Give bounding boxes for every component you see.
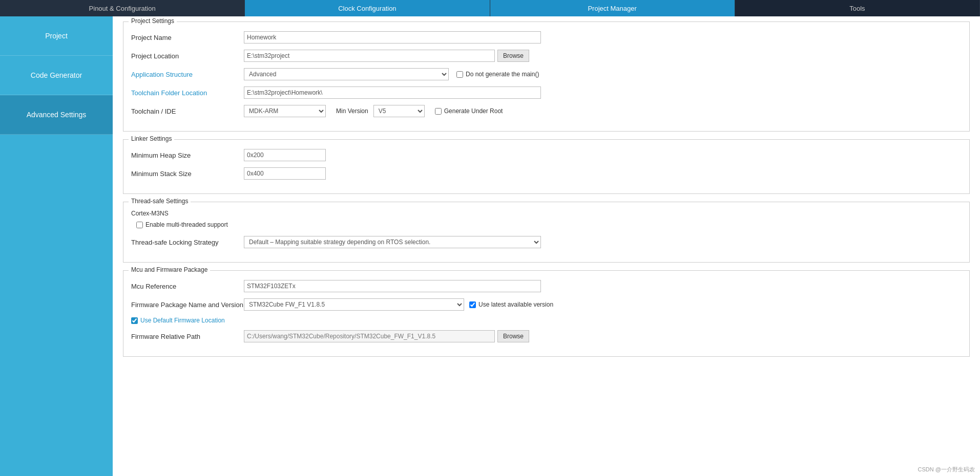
firmware-relative-path-input[interactable] [244, 330, 495, 342]
content-area: Project Settings Project Name Project Lo… [113, 16, 980, 476]
sidebar-item-code-generator[interactable]: Code Generator [0, 56, 113, 95]
linker-settings-section: Linker Settings Minimum Heap Size Minimu… [123, 139, 970, 194]
firmware-relative-path-label: Firmware Relative Path [131, 333, 244, 340]
toolchain-ide-label: Toolchain / IDE [131, 107, 244, 115]
thread-safe-locking-select[interactable]: Default – Mapping suitable strategy depe… [244, 236, 541, 248]
thread-safe-locking-label: Thread-safe Locking Strategy [131, 239, 244, 246]
linker-settings-legend: Linker Settings [129, 135, 174, 142]
thread-safe-settings-legend: Thread-safe Settings [129, 198, 191, 205]
toolchain-ide-select[interactable]: MDK-ARM EWARM SW4STM32 [244, 105, 326, 117]
min-stack-size-input[interactable] [244, 167, 326, 180]
use-default-firmware-location-label: Use Default Firmware Location [140, 317, 225, 324]
project-name-row: Project Name [131, 31, 962, 44]
min-heap-size-row: Minimum Heap Size [131, 149, 962, 161]
project-location-browse-button[interactable]: Browse [497, 50, 529, 62]
cortex-label: Cortex-M3NS [131, 210, 962, 217]
mcu-firmware-legend: Mcu and Firmware Package [129, 266, 210, 273]
project-location-label: Project Location [131, 52, 244, 60]
min-stack-size-row: Minimum Stack Size [131, 167, 962, 180]
min-heap-size-input[interactable] [244, 149, 326, 161]
firmware-relative-path-row: Firmware Relative Path Browse [131, 330, 962, 342]
min-version-select[interactable]: V5 V4 [373, 105, 425, 117]
project-location-row: Project Location Browse [131, 50, 962, 62]
toolchain-ide-row: Toolchain / IDE MDK-ARM EWARM SW4STM32 M… [131, 105, 962, 117]
application-structure-row: Application Structure Advanced Basic Do … [131, 68, 962, 80]
mcu-reference-label: Mcu Reference [131, 283, 244, 290]
sidebar-item-advanced-settings[interactable]: Advanced Settings [0, 95, 113, 135]
watermark: CSDN @一介野生码农 [918, 466, 975, 473]
firmware-package-select[interactable]: STM32Cube FW_F1 V1.8.5 [244, 298, 464, 311]
use-default-firmware-location-checkbox[interactable] [131, 317, 138, 324]
toolchain-ide-controls: MDK-ARM EWARM SW4STM32 Min Version V5 V4 [244, 105, 503, 117]
toolchain-folder-row: Toolchain Folder Location [131, 86, 962, 99]
firmware-package-row: Firmware Package Name and Version STM32C… [131, 298, 962, 311]
generate-under-root-label: Generate Under Root [444, 107, 503, 115]
thread-safe-locking-row: Thread-safe Locking Strategy Default – M… [131, 236, 962, 248]
application-structure-label: Application Structure [131, 71, 244, 78]
use-latest-firmware-checkbox[interactable] [469, 301, 476, 308]
tab-pinout[interactable]: Pinout & Configuration [0, 0, 245, 16]
mcu-reference-input[interactable] [244, 280, 541, 292]
tab-project-manager[interactable]: Project Manager [490, 0, 735, 16]
project-location-input[interactable] [244, 50, 495, 62]
firmware-package-label: Firmware Package Name and Version [131, 301, 244, 309]
do-not-generate-main-label: Do not generate the main() [466, 71, 539, 78]
tab-tools[interactable]: Tools [735, 0, 980, 16]
enable-multi-threaded-checkbox[interactable] [136, 222, 143, 228]
use-latest-firmware-label: Use latest available version [478, 301, 553, 308]
toolchain-folder-input[interactable] [244, 86, 541, 99]
tab-clock[interactable]: Clock Configuration [245, 0, 490, 16]
use-default-firmware-location-row: Use Default Firmware Location [131, 317, 962, 324]
application-structure-select[interactable]: Advanced Basic [244, 68, 449, 80]
min-heap-size-label: Minimum Heap Size [131, 152, 244, 159]
min-stack-size-label: Minimum Stack Size [131, 170, 244, 178]
mcu-firmware-section: Mcu and Firmware Package Mcu Reference F… [123, 270, 970, 357]
mcu-reference-row: Mcu Reference [131, 280, 962, 292]
project-name-label: Project Name [131, 34, 244, 41]
enable-multi-threaded-row: Enable multi-threaded support [136, 221, 962, 228]
toolchain-folder-label: Toolchain Folder Location [131, 89, 244, 97]
project-settings-section: Project Settings Project Name Project Lo… [123, 21, 970, 132]
sidebar: Project Code Generator Advanced Settings [0, 16, 113, 476]
main-layout: Project Code Generator Advanced Settings… [0, 16, 980, 476]
project-settings-legend: Project Settings [129, 17, 177, 25]
min-version-label: Min Version [336, 107, 368, 115]
generate-under-root-checkbox[interactable] [435, 108, 442, 115]
project-name-input[interactable] [244, 31, 541, 44]
enable-multi-threaded-label: Enable multi-threaded support [145, 221, 228, 228]
firmware-path-browse-button[interactable]: Browse [497, 330, 529, 342]
sidebar-item-project[interactable]: Project [0, 16, 113, 56]
top-navigation: Pinout & Configuration Clock Configurati… [0, 0, 980, 16]
do-not-generate-main-checkbox[interactable] [456, 71, 463, 78]
thread-safe-settings-section: Thread-safe Settings Cortex-M3NS Enable … [123, 202, 970, 263]
